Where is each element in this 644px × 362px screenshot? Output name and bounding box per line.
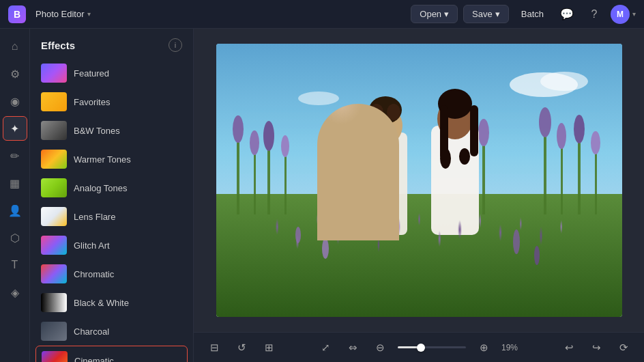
- effect-label-featured: Featured: [74, 68, 109, 79]
- photo-svg: [216, 44, 622, 317]
- sidebar-icon-export[interactable]: ⬡: [3, 225, 27, 250]
- effect-label-analog-tones: Analog Tones: [74, 183, 128, 193]
- effect-item-warmer-tones[interactable]: Warmer Tones: [35, 145, 188, 173]
- zoom-slider[interactable]: [398, 346, 466, 348]
- app-title-chevron: ▾: [87, 10, 91, 18]
- effect-item-bw-tones[interactable]: B&W Tones: [35, 116, 188, 145]
- effect-label-glitch-art: Glitch Art: [74, 240, 110, 251]
- rotate-button[interactable]: ↺: [232, 338, 251, 357]
- effect-item-black-white[interactable]: Black & White: [35, 288, 188, 317]
- avatar-area[interactable]: M ▾: [611, 5, 636, 24]
- effect-thumb-featured: [41, 64, 67, 83]
- effects-info-button[interactable]: i: [169, 38, 182, 52]
- effect-item-featured[interactable]: Featured: [35, 59, 188, 87]
- zoom-slider-container: [398, 346, 466, 348]
- effect-thumb-bw-tones: [41, 121, 67, 140]
- save-label: Save: [472, 9, 493, 19]
- open-chevron: ▾: [444, 9, 449, 19]
- effect-thumb-black-white: [41, 293, 67, 312]
- zoom-in-button[interactable]: ⊕: [474, 338, 493, 357]
- batch-button[interactable]: Batch: [514, 5, 551, 23]
- effect-thumb-chromatic: [41, 264, 67, 283]
- redo-button[interactable]: ↪: [587, 338, 606, 357]
- effect-item-lens-flare[interactable]: Lens Flare: [35, 202, 188, 231]
- effect-label-cinematic: Cinematic: [74, 356, 114, 363]
- effect-thumb-charcoal: [41, 322, 67, 341]
- svg-rect-7: [254, 146, 256, 214]
- main-layout: ⌂⚙◉✦✏▦👤⬡T◈ Effects i FeaturedFavoritesB&…: [0, 29, 644, 362]
- effect-thumb-warmer-tones: [41, 150, 67, 169]
- canvas-image: [216, 44, 622, 317]
- svg-point-38: [513, 229, 520, 254]
- effects-list: FeaturedFavoritesB&W TonesWarmer TonesAn…: [30, 59, 193, 362]
- effect-item-favorites[interactable]: Favorites: [35, 87, 188, 116]
- svg-point-8: [250, 130, 259, 155]
- comment-icon-button[interactable]: 💬: [556, 3, 578, 25]
- effect-thumb-favorites: [41, 92, 67, 111]
- effect-label-chromatic: Chromatic: [74, 269, 114, 279]
- sidebar-icon-eye[interactable]: ◉: [3, 89, 27, 113]
- avatar: M: [611, 5, 630, 24]
- expand-button[interactable]: ⤢: [316, 338, 335, 357]
- svg-rect-19: [595, 146, 597, 214]
- sidebar-icon-search[interactable]: ◈: [3, 280, 27, 305]
- effects-title: Effects: [41, 40, 75, 51]
- zoom-out-button[interactable]: ⊖: [370, 338, 390, 357]
- zoom-slider-thumb: [417, 344, 425, 352]
- effect-label-black-white: Black & White: [74, 298, 129, 308]
- avatar-chevron: ▾: [632, 10, 636, 18]
- effect-label-warmer-tones: Warmer Tones: [74, 154, 131, 165]
- zoom-slider-fill: [398, 346, 418, 348]
- sidebar-icon-text[interactable]: T: [3, 253, 27, 277]
- effect-label-favorites: Favorites: [74, 97, 110, 107]
- sidebar-icon-effects[interactable]: ✦: [3, 116, 27, 141]
- effect-thumb-analog-tones: [41, 178, 67, 197]
- save-chevron: ▾: [495, 9, 500, 19]
- undo-button[interactable]: ↩: [559, 338, 579, 357]
- icon-bar: ⌂⚙◉✦✏▦👤⬡T◈: [0, 29, 30, 362]
- sidebar-icon-home[interactable]: ⌂: [3, 34, 27, 59]
- svg-point-39: [295, 227, 301, 243]
- zoom-percent-label: 19%: [501, 343, 522, 352]
- effect-thumb-glitch-art: [41, 236, 67, 255]
- svg-point-24: [478, 119, 489, 146]
- svg-point-29: [387, 104, 400, 120]
- effect-item-cinematic[interactable]: Cinematic: [35, 346, 188, 362]
- effect-label-charcoal: Charcoal: [74, 326, 109, 337]
- svg-rect-5: [237, 133, 239, 214]
- effect-item-chromatic[interactable]: Chromatic: [35, 260, 188, 288]
- effects-sidebar: Effects i FeaturedFavoritesB&W TonesWarm…: [30, 29, 194, 362]
- save-button[interactable]: Save ▾: [463, 5, 509, 23]
- history-button[interactable]: ⟳: [614, 338, 633, 357]
- grid-button[interactable]: ⊞: [259, 338, 278, 357]
- svg-point-28: [370, 104, 383, 120]
- layers-button[interactable]: ⊟: [205, 338, 224, 357]
- svg-point-37: [322, 238, 329, 259]
- svg-point-6: [233, 115, 244, 143]
- app-title-button[interactable]: Photo Editor ▾: [31, 6, 95, 22]
- effects-header: Effects i: [30, 29, 193, 59]
- open-label: Open: [420, 9, 441, 19]
- sidebar-icon-brush[interactable]: ✏: [3, 143, 27, 168]
- svg-point-36: [459, 148, 470, 165]
- effect-item-analog-tones[interactable]: Analog Tones: [35, 173, 188, 202]
- svg-point-16: [557, 123, 566, 149]
- svg-point-2: [540, 72, 588, 91]
- svg-rect-21: [353, 143, 355, 214]
- sidebar-icon-sliders[interactable]: ⚙: [3, 61, 27, 86]
- help-icon-button[interactable]: ?: [583, 3, 605, 25]
- sidebar-icon-layers[interactable]: ▦: [3, 171, 27, 195]
- effect-item-charcoal[interactable]: Charcoal: [35, 317, 188, 346]
- compare-button[interactable]: ⇔: [343, 338, 362, 357]
- svg-point-40: [534, 246, 540, 265]
- effect-thumb-cinematic: [42, 351, 68, 362]
- effect-label-lens-flare: Lens Flare: [74, 212, 115, 222]
- sidebar-icon-people[interactable]: 👤: [3, 198, 27, 223]
- svg-rect-17: [578, 133, 581, 214]
- svg-rect-25: [363, 133, 407, 235]
- svg-rect-4: [216, 194, 622, 317]
- bottom-toolbar: ⊟ ↺ ⊞ ⤢ ⇔ ⊖ ⊕ 19% ↩ ↪ ⟳: [194, 332, 644, 362]
- effect-thumb-lens-flare: [41, 207, 67, 226]
- open-button[interactable]: Open ▾: [411, 5, 458, 23]
- effect-item-glitch-art[interactable]: Glitch Art: [35, 231, 188, 260]
